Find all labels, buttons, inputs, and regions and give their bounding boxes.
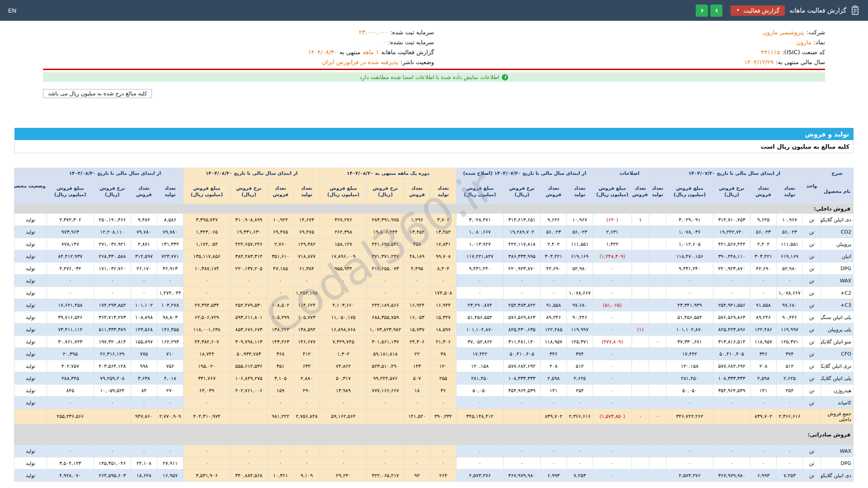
production-sales-table: شرحواحداز ابتدای سال مالی تا تاریخ ۱۴۰۴/…: [14, 168, 854, 482]
table-cell: ۲,۵۹۸: [540, 372, 566, 385]
table-cell: [632, 275, 649, 287]
table-cell: ۲۴,۱۰۸: [131, 457, 157, 469]
table-cell: ۱۲۲,۴۸۶: [750, 324, 777, 336]
unit-cell: تن: [803, 348, 821, 360]
table-cell: ۴۰۲,۷۶۱,۰۰۶: [230, 385, 267, 397]
table-row: CFOتن۳۷۴۳۴۶۵۰,۴۱۰,۴۰۵۱۷,۴۴۲۰۳۷۴۳۴۶۵۰,۴۱۰…: [14, 348, 853, 360]
info-value: ۴۴۱۱۱۵: [761, 49, 780, 56]
table-cell: ۱۰۱,۱۰۲,۸۷۰: [666, 324, 713, 336]
table-cell: ۲۷,۹۱۱: [157, 457, 183, 469]
info-row: سال مالی منتهی به:۱۴۰۴/۱۲/۲۹: [434, 57, 825, 67]
unit-cell: تن: [803, 336, 821, 348]
table-cell: ۷۳,۴۱۱,۱۱۲: [47, 324, 94, 336]
table-cell: ۶۲,۵۰۶,۷۲۹: [183, 311, 230, 324]
table-cell: ۴۴۱,۶۹۵,۵۳۱: [367, 238, 404, 250]
table-cell: ۰: [540, 397, 566, 409]
table-cell: ۱۲۹,۳۸۲: [293, 238, 320, 250]
table-cell: ۰: [320, 445, 367, 457]
report-icon: [851, 5, 860, 15]
table-cell: ۱۸,۵۹۷: [430, 324, 456, 336]
table-cell: ۰: [777, 457, 803, 469]
info-value: ۱۴۰۴/۱۲/۲۹: [744, 59, 774, 66]
table-cell: ۱۴۶,۶۷۷: [293, 336, 320, 348]
table-cell: [632, 469, 649, 482]
table-cell: ۵۶,۰۲۳: [777, 226, 803, 238]
table-cell: ۰: [593, 348, 632, 360]
language-toggle[interactable]: EN: [8, 7, 16, 14]
table-cell: ۳۴۶: [750, 348, 777, 360]
table-cell: ۱۰,۳۸۷,۱۷۴: [183, 263, 230, 275]
status-cell: تولید: [14, 457, 47, 469]
unit-cell: تن: [803, 250, 821, 263]
table-cell: ۰: [367, 457, 404, 469]
status-cell: تولید: [14, 445, 47, 457]
table-cell: ۰: [666, 275, 713, 287]
table-cell: ۱۸,۷۴۴: [183, 348, 230, 360]
table-cell: ۴۰۴,۳۱۰,۹۷۴: [183, 409, 230, 424]
table-cell: ۰: [503, 397, 540, 409]
table-cell: ۰: [540, 275, 566, 287]
table-row: پلی اتیلن سنگینتن۹۰,۴۴۶۸۹,۲۴۶۵۷۶,۵۶۹,۸۶۳…: [14, 311, 853, 324]
table-row: WAXتن۰۰۰۰۰۰۰۰۰۰۰۰۰۰۰۰۰۰۰۰۰تولید: [14, 445, 853, 457]
table-cell: ۱۸: [404, 385, 430, 397]
table-header-cell: نرخ فروش (ریال): [367, 179, 404, 204]
table-cell: ۵۹,۱۶۲,۵۶۲: [320, 409, 367, 424]
section-subtitle: کلیه مبالغ به میلیون ریال است: [14, 140, 854, 153]
product-name-cell: دی اتیلن گلایکول: [821, 469, 854, 482]
product-name-cell: دی اتیلن گلایکول: [821, 214, 854, 226]
table-cell: ۱۳۸,۲۲۳: [267, 324, 293, 336]
unit-cell: تن: [803, 445, 821, 457]
table-cell: ۳۷۴: [777, 348, 803, 360]
table-cell: ۳۶۴,۷۱۳,۲۷۳: [94, 311, 131, 324]
table-cell: ۲۳,۲۹۰,۸۷۴: [456, 299, 503, 311]
table-cell: ۶,۹۹۳: [540, 469, 566, 482]
status-cell: [14, 409, 47, 424]
table-cell: ۶۱۹,۱۶۹: [566, 250, 593, 263]
activity-report-dropdown[interactable]: گزارش فعالیت ▼: [731, 5, 785, 16]
table-cell: ۳۰۳,۴۲۱: [540, 250, 566, 263]
table-cell: ۰: [456, 445, 503, 457]
table-cell: ۰: [566, 445, 593, 457]
product-name-cell: CFO: [821, 348, 854, 360]
table-cell: ۷۷۵: [131, 348, 157, 360]
product-name-cell: پروپیلن: [821, 238, 854, 250]
table-cell: ۰: [157, 445, 183, 457]
table-cell: [649, 445, 666, 457]
table-cell: ۰: [713, 457, 750, 469]
table-cell: ۹۸۱,۲۲۲: [267, 409, 293, 424]
table-cell: ۱,۳۲۲: [593, 238, 632, 250]
table-cell: ۱۴۱: [750, 385, 777, 397]
table-cell: ۵۲۳,۵۱۰,۴۹۰: [367, 360, 404, 372]
table-cell: ۰: [293, 445, 320, 457]
table-cell: (۶۲۰): [593, 214, 632, 226]
table-header-cell: نرخ فروش (ریال): [230, 179, 267, 204]
table-cell: ۰: [230, 397, 267, 409]
table-cell: ۰: [540, 287, 566, 299]
previous-report-button[interactable]: ‹: [696, 5, 708, 17]
product-name-cell: C2+: [821, 287, 854, 299]
table-cell: ۱۷۴,۵۰۸: [430, 287, 456, 299]
table-header-cell: مبلغ فروش (میلیون ریال): [666, 179, 713, 204]
table-cell: ۴۷,۱۸۵: [267, 263, 293, 275]
table-cell: ۳۵۸: [404, 238, 430, 250]
product-name-cell: جمع فروش داخلی: [821, 409, 854, 424]
table-cell: ۱۴۱,۵۲۰: [404, 409, 430, 424]
table-cell: ۰: [503, 275, 540, 287]
table-header-cell: واحد: [803, 168, 821, 204]
table-cell: ۹,۶۲۶: [540, 214, 566, 226]
table-cell: ۵۱۲: [777, 360, 803, 372]
product-name-cell: پلی اتیلن سنگین: [821, 311, 854, 324]
table-row: CO2تن۵۶,۰۲۳۵۶,۰۲۳۱۹,۲۴۲,۷۴۰۱,۰۷۸,۰۳۶۲,۶۳…: [14, 226, 853, 238]
table-cell: ۲,۶۳۱: [593, 226, 632, 238]
next-report-button[interactable]: ›: [710, 5, 722, 17]
table-cell: ۰: [456, 397, 503, 409]
table-cell: ۰: [456, 275, 503, 287]
table-cell: ۱,۰۸۰,۶۶۷: [456, 226, 503, 238]
table-header-cell: تعداد تولید: [777, 179, 803, 204]
table-cell: ۱۹,۵۰۶,۲۴۴: [367, 226, 404, 238]
table-cell: [503, 409, 540, 424]
table-row: DPGتن۵۲,۹۸۰۴۲,۶۹۰۲۲۰,۹۲۳,۸۷۰۹,۴۳۱,۲۴۰۰۵۲…: [14, 263, 853, 275]
table-cell: ۱۷,۴۴۲: [666, 348, 713, 360]
info-row: وضعیت ناشر:پذیرفته شده در فرابورس ایران: [43, 57, 434, 67]
table-cell: [94, 409, 131, 424]
